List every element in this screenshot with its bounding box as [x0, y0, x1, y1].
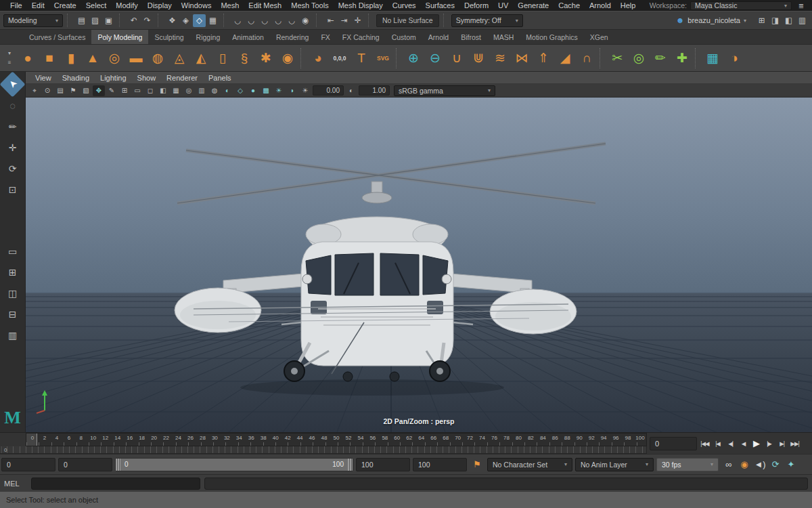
menu-create[interactable]: Create: [49, 0, 81, 11]
shelf-tab-mash[interactable]: MASH: [487, 30, 520, 44]
gamma-icon[interactable]: ◐: [345, 85, 357, 96]
shelf-tab-sculpting[interactable]: Sculpting: [148, 30, 189, 44]
fps-selector[interactable]: 30 fps ▾: [656, 458, 719, 471]
poly-disc-icon[interactable]: ◍: [147, 47, 168, 70]
viewport-menu-show[interactable]: Show: [132, 74, 162, 82]
combine-icon[interactable]: ∪: [446, 47, 468, 70]
frame-32[interactable]: 32: [221, 435, 233, 441]
frame-66[interactable]: 66: [428, 435, 440, 441]
select-hierarchy-icon[interactable]: ❖: [166, 14, 179, 27]
character-set-selector[interactable]: No Character Set ▾: [487, 458, 572, 471]
extrude-icon[interactable]: ⇑: [533, 47, 554, 70]
step-forward-frame-icon[interactable]: ▶|: [775, 436, 788, 452]
coordinates-icon[interactable]: 0,0,0: [329, 47, 351, 70]
frame-14[interactable]: 14: [112, 435, 124, 441]
frame-4[interactable]: 4: [51, 435, 63, 441]
construction-history-toggle-icon[interactable]: ✛: [351, 14, 364, 27]
frame-6[interactable]: 6: [63, 435, 75, 441]
frame-88[interactable]: 88: [561, 435, 573, 441]
shelf-tab-bifrost[interactable]: Bifrost: [455, 30, 487, 44]
frame-60[interactable]: 60: [391, 435, 403, 441]
snap-to-point-icon[interactable]: ◡: [258, 14, 271, 27]
poly-cube-icon[interactable]: ■: [39, 47, 60, 70]
frame-38[interactable]: 38: [257, 435, 269, 441]
group-collapse-handle[interactable]: [119, 14, 123, 27]
range-start-handle[interactable]: [116, 459, 120, 471]
frame-16[interactable]: 16: [124, 435, 136, 441]
shelf-tab-fx-caching[interactable]: FX Caching: [336, 30, 386, 44]
frame-26[interactable]: 26: [184, 435, 196, 441]
frame-80[interactable]: 80: [512, 435, 524, 441]
menu-generate[interactable]: Generate: [513, 0, 554, 11]
menu-windows[interactable]: Windows: [177, 0, 217, 11]
group-collapse-handle[interactable]: [443, 14, 447, 27]
play-backwards-icon[interactable]: ◀: [737, 436, 750, 452]
poly-soccer-ball-icon[interactable]: ◉: [277, 47, 298, 70]
menu-set-selector[interactable]: Modeling ▾: [3, 14, 63, 27]
uv-editor-icon[interactable]: ▦: [702, 47, 723, 70]
poly-helix-icon[interactable]: §: [233, 47, 255, 70]
snap-to-curve-icon[interactable]: ◡: [245, 14, 258, 27]
menu-arnold[interactable]: Arnold: [585, 0, 616, 11]
menu-edit[interactable]: Edit: [27, 0, 49, 11]
frame-64[interactable]: 64: [415, 435, 428, 441]
anim-preferences-icon[interactable]: ✦: [784, 457, 798, 472]
frame-62[interactable]: 62: [403, 435, 415, 441]
quad-draw-icon[interactable]: ✏: [650, 47, 671, 70]
boolean-difference-icon[interactable]: ⊖: [424, 47, 446, 70]
poly-gear-icon[interactable]: ✱: [255, 47, 277, 70]
frame-20[interactable]: 20: [148, 435, 160, 441]
frame-82[interactable]: 82: [524, 435, 537, 441]
save-scene-icon[interactable]: ▣: [102, 14, 115, 27]
input-connections-icon[interactable]: ⇤: [324, 14, 337, 27]
playback-end-field[interactable]: 100: [356, 458, 410, 471]
bevel-icon[interactable]: ◢: [554, 47, 576, 70]
lasso-tool-icon[interactable]: ◌: [3, 96, 22, 114]
viewport-menu-panels[interactable]: Panels: [203, 74, 237, 82]
frame-78[interactable]: 78: [500, 435, 512, 441]
safe-title-icon[interactable]: ▥: [196, 85, 208, 96]
animation-start-field[interactable]: 0: [1, 458, 55, 471]
frame-96[interactable]: 96: [610, 435, 622, 441]
menu-curves[interactable]: Curves: [388, 0, 421, 11]
wireframe-on-shaded-icon[interactable]: ◇: [234, 85, 246, 96]
frame-72[interactable]: 72: [464, 435, 476, 441]
playhead[interactable]: [26, 433, 37, 446]
frame-100[interactable]: 100: [634, 435, 646, 441]
frame-94[interactable]: 94: [597, 435, 610, 441]
select-camera-icon[interactable]: ⌖: [28, 85, 41, 96]
gamma-field[interactable]: 1.00: [359, 85, 390, 96]
frame-98[interactable]: 98: [622, 435, 634, 441]
step-back-key-icon[interactable]: ◀|: [724, 436, 737, 452]
frame-42[interactable]: 42: [281, 435, 294, 441]
new-scene-icon[interactable]: ▤: [75, 14, 88, 27]
menu-select[interactable]: Select: [81, 0, 112, 11]
command-result-field[interactable]: [204, 478, 808, 490]
snap-to-projected-center-icon[interactable]: ◡: [272, 14, 285, 27]
safe-action-icon[interactable]: ◎: [183, 85, 195, 96]
frame-90[interactable]: 90: [573, 435, 585, 441]
shelf-tab-rendering[interactable]: Rendering: [270, 30, 315, 44]
command-language-toggle[interactable]: MEL: [4, 480, 27, 488]
auto-keyframe-icon[interactable]: ◉: [737, 457, 752, 472]
xray-icon[interactable]: ◐: [221, 85, 233, 96]
live-surface-field[interactable]: No Live Surface: [376, 14, 439, 27]
workspace-selector[interactable]: Maya Classic ▾: [690, 1, 792, 10]
poly-torus-icon[interactable]: ◎: [104, 47, 125, 70]
rotate-tool-icon[interactable]: ⟳: [3, 159, 22, 177]
two-d-pan-zoom-icon[interactable]: ✥: [93, 85, 105, 96]
go-to-start-icon[interactable]: |◀◀: [698, 436, 711, 452]
frame-18[interactable]: 18: [136, 435, 148, 441]
channel-box-toggle-icon[interactable]: ▥: [796, 14, 809, 27]
resolution-gate-icon[interactable]: ◻: [144, 85, 156, 96]
frame-46[interactable]: 46: [306, 435, 318, 441]
menu-modify[interactable]: Modify: [111, 0, 142, 11]
highlight-selection-mode-icon[interactable]: ▦: [206, 14, 219, 27]
grease-pencil-icon[interactable]: ✎: [106, 85, 118, 96]
viewport-menu-view[interactable]: View: [30, 74, 57, 82]
shelf-tab-curves-surfaces[interactable]: Curves / Surfaces: [23, 30, 91, 44]
menu-help[interactable]: Help: [616, 0, 641, 11]
render-view-icon[interactable]: ⊞: [755, 14, 768, 27]
snap-to-view-plane-icon[interactable]: ◡: [286, 14, 298, 27]
shelf-tab-motion-graphics[interactable]: Motion Graphics: [520, 30, 583, 44]
